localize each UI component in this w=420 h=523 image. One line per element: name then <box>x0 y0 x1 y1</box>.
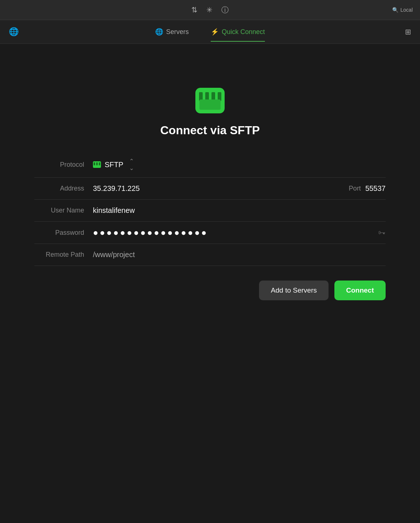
remote-path-value[interactable]: /www/project <box>93 251 386 259</box>
servers-label: Servers <box>166 28 189 36</box>
connect-title: Connect via SFTP <box>160 124 260 137</box>
protocol-selector[interactable]: SFTP ⌃⌄ <box>93 158 134 172</box>
remote-path-label: Remote Path <box>34 251 93 259</box>
address-row: Address 35.239.71.225 Port 55537 <box>34 178 386 200</box>
form-container: Protocol SFTP ⌃⌄ Address 35.239.71.225 P… <box>34 152 386 266</box>
proto-pin-1 <box>94 162 95 165</box>
tab-quick-connect[interactable]: ⚡ Quick Connect <box>211 25 265 39</box>
protocol-row: Protocol SFTP ⌃⌄ <box>34 152 386 178</box>
password-value[interactable]: ●●●●●●●●●●●●●●●●● <box>93 227 378 238</box>
username-label: User Name <box>34 207 93 214</box>
address-value[interactable]: 35.239.71.225 <box>93 184 349 193</box>
connect-button[interactable]: Connect <box>334 281 386 300</box>
password-label: Password <box>34 229 93 237</box>
grid-icon[interactable]: ⊞ <box>405 27 411 36</box>
quick-connect-label: Quick Connect <box>222 28 265 36</box>
key-icon[interactable]: 🗝 <box>378 229 386 237</box>
search-label: Local <box>401 7 413 13</box>
sftp-icon-body <box>199 99 221 110</box>
main-content: Connect via SFTP Protocol SFTP ⌃⌄ Addres… <box>0 44 420 300</box>
address-label: Address <box>34 185 93 192</box>
globe-icon-left[interactable]: 🌐 <box>9 27 19 37</box>
protocol-value: SFTP <box>105 161 123 169</box>
button-row: Add to Servers Connect <box>34 281 386 300</box>
chevron-icon: ⌃⌄ <box>129 158 134 172</box>
proto-pin-3 <box>99 162 100 165</box>
password-row: Password ●●●●●●●●●●●●●●●●● 🗝 <box>34 222 386 244</box>
port-label: Port <box>349 185 361 192</box>
lightning-icon: ⚡ <box>211 28 219 36</box>
username-row: User Name kinstalifenew <box>34 200 386 222</box>
search-icon: 🔍 <box>392 7 398 13</box>
tabbar: 🌐 🌐 Servers ⚡ Quick Connect ⊞ <box>0 20 420 44</box>
protocol-icon <box>93 161 101 168</box>
sftp-icon <box>195 88 225 113</box>
info-icon[interactable]: ⓘ <box>221 5 229 15</box>
spinner-icon[interactable]: ✳ <box>206 5 213 14</box>
transfer-icon[interactable]: ⇅ <box>191 5 198 14</box>
add-to-servers-button[interactable]: Add to Servers <box>259 281 329 300</box>
titlebar: ⇅ ✳ ⓘ 🔍 Local <box>0 0 420 20</box>
servers-globe-icon: 🌐 <box>155 28 163 36</box>
sftp-icon-container <box>195 88 225 113</box>
search-bar[interactable]: 🔍 Local <box>392 7 413 13</box>
proto-pin-2 <box>96 162 98 165</box>
protocol-label: Protocol <box>34 161 93 169</box>
tab-servers[interactable]: 🌐 Servers <box>155 25 189 39</box>
port-value[interactable]: 55537 <box>365 184 386 193</box>
remote-path-row: Remote Path /www/project <box>34 244 386 266</box>
port-section: Port 55537 <box>349 184 386 193</box>
username-value[interactable]: kinstalifenew <box>93 206 386 215</box>
